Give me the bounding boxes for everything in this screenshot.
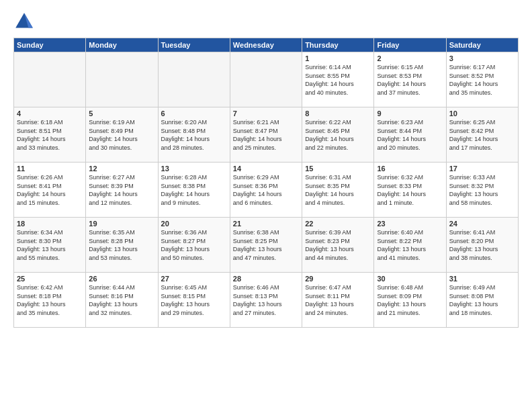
calendar-cell bbox=[158, 52, 230, 107]
day-number: 11 bbox=[17, 165, 83, 173]
calendar-cell: 9Sunrise: 6:23 AM Sunset: 8:44 PM Daylig… bbox=[374, 107, 446, 163]
logo bbox=[13, 11, 38, 32]
day-info: Sunrise: 6:14 AM Sunset: 8:55 PM Dayligh… bbox=[305, 63, 371, 97]
day-number: 14 bbox=[233, 165, 299, 173]
day-number: 12 bbox=[89, 165, 154, 173]
day-info: Sunrise: 6:17 AM Sunset: 8:52 PM Dayligh… bbox=[449, 63, 515, 97]
day-number: 27 bbox=[161, 275, 227, 283]
calendar-header-monday: Monday bbox=[86, 38, 158, 52]
day-info: Sunrise: 6:48 AM Sunset: 8:09 PM Dayligh… bbox=[377, 283, 443, 317]
calendar-week-3: 11Sunrise: 6:26 AM Sunset: 8:41 PM Dayli… bbox=[14, 163, 519, 218]
calendar-cell: 13Sunrise: 6:28 AM Sunset: 8:38 PM Dayli… bbox=[158, 163, 230, 218]
calendar-header-wednesday: Wednesday bbox=[230, 38, 302, 52]
day-number: 2 bbox=[377, 54, 443, 62]
day-number: 16 bbox=[377, 165, 443, 173]
day-number: 13 bbox=[161, 165, 227, 173]
calendar-cell: 31Sunrise: 6:49 AM Sunset: 8:08 PM Dayli… bbox=[446, 273, 518, 328]
calendar-cell: 16Sunrise: 6:32 AM Sunset: 8:33 PM Dayli… bbox=[374, 163, 446, 218]
calendar-cell: 18Sunrise: 6:34 AM Sunset: 8:30 PM Dayli… bbox=[14, 218, 86, 273]
day-number: 15 bbox=[305, 165, 371, 173]
calendar-week-4: 18Sunrise: 6:34 AM Sunset: 8:30 PM Dayli… bbox=[14, 218, 519, 273]
calendar-header-friday: Friday bbox=[374, 38, 446, 52]
day-number: 10 bbox=[449, 109, 515, 118]
day-info: Sunrise: 6:26 AM Sunset: 8:41 PM Dayligh… bbox=[17, 173, 83, 207]
day-info: Sunrise: 6:38 AM Sunset: 8:25 PM Dayligh… bbox=[233, 228, 299, 262]
calendar-header-tuesday: Tuesday bbox=[158, 38, 230, 52]
day-number: 9 bbox=[377, 109, 443, 118]
day-info: Sunrise: 6:45 AM Sunset: 8:15 PM Dayligh… bbox=[161, 283, 227, 317]
day-number: 28 bbox=[233, 275, 299, 283]
calendar-cell: 27Sunrise: 6:45 AM Sunset: 8:15 PM Dayli… bbox=[158, 273, 230, 328]
day-number: 20 bbox=[161, 220, 227, 228]
calendar-cell: 12Sunrise: 6:27 AM Sunset: 8:39 PM Dayli… bbox=[86, 163, 158, 218]
calendar-cell: 6Sunrise: 6:20 AM Sunset: 8:48 PM Daylig… bbox=[158, 107, 230, 163]
day-info: Sunrise: 6:23 AM Sunset: 8:44 PM Dayligh… bbox=[377, 118, 443, 152]
calendar-cell: 24Sunrise: 6:41 AM Sunset: 8:20 PM Dayli… bbox=[446, 218, 518, 273]
day-info: Sunrise: 6:31 AM Sunset: 8:35 PM Dayligh… bbox=[305, 173, 371, 207]
day-info: Sunrise: 6:25 AM Sunset: 8:42 PM Dayligh… bbox=[449, 118, 515, 152]
day-number: 25 bbox=[17, 275, 83, 283]
calendar-cell: 25Sunrise: 6:42 AM Sunset: 8:18 PM Dayli… bbox=[14, 273, 86, 328]
calendar-header-thursday: Thursday bbox=[302, 38, 374, 52]
calendar-cell: 15Sunrise: 6:31 AM Sunset: 8:35 PM Dayli… bbox=[302, 163, 374, 218]
calendar-cell: 28Sunrise: 6:46 AM Sunset: 8:13 PM Dayli… bbox=[230, 273, 302, 328]
calendar-week-1: 1Sunrise: 6:14 AM Sunset: 8:55 PM Daylig… bbox=[14, 52, 519, 107]
calendar-cell: 23Sunrise: 6:40 AM Sunset: 8:22 PM Dayli… bbox=[374, 218, 446, 273]
calendar-cell: 17Sunrise: 6:33 AM Sunset: 8:32 PM Dayli… bbox=[446, 163, 518, 218]
day-number: 18 bbox=[17, 220, 83, 228]
calendar-cell bbox=[86, 52, 158, 107]
calendar-header-saturday: Saturday bbox=[446, 38, 518, 52]
day-info: Sunrise: 6:41 AM Sunset: 8:20 PM Dayligh… bbox=[449, 228, 515, 262]
calendar-cell: 10Sunrise: 6:25 AM Sunset: 8:42 PM Dayli… bbox=[446, 107, 518, 163]
day-number: 26 bbox=[89, 275, 154, 283]
day-info: Sunrise: 6:29 AM Sunset: 8:36 PM Dayligh… bbox=[233, 173, 299, 207]
day-number: 4 bbox=[17, 109, 83, 118]
day-info: Sunrise: 6:27 AM Sunset: 8:39 PM Dayligh… bbox=[89, 173, 154, 207]
calendar-cell: 11Sunrise: 6:26 AM Sunset: 8:41 PM Dayli… bbox=[14, 163, 86, 218]
header bbox=[13, 11, 519, 32]
page: SundayMondayTuesdayWednesdayThursdayFrid… bbox=[0, 0, 532, 411]
calendar-cell: 21Sunrise: 6:38 AM Sunset: 8:25 PM Dayli… bbox=[230, 218, 302, 273]
day-info: Sunrise: 6:40 AM Sunset: 8:22 PM Dayligh… bbox=[377, 228, 443, 262]
day-info: Sunrise: 6:18 AM Sunset: 8:51 PM Dayligh… bbox=[17, 118, 83, 152]
calendar-week-5: 25Sunrise: 6:42 AM Sunset: 8:18 PM Dayli… bbox=[14, 273, 519, 328]
day-info: Sunrise: 6:20 AM Sunset: 8:48 PM Dayligh… bbox=[161, 118, 227, 152]
day-info: Sunrise: 6:42 AM Sunset: 8:18 PM Dayligh… bbox=[17, 283, 83, 317]
day-info: Sunrise: 6:33 AM Sunset: 8:32 PM Dayligh… bbox=[449, 173, 515, 207]
day-number: 17 bbox=[449, 165, 515, 173]
calendar-header-row: SundayMondayTuesdayWednesdayThursdayFrid… bbox=[14, 38, 519, 52]
calendar-cell: 3Sunrise: 6:17 AM Sunset: 8:52 PM Daylig… bbox=[446, 52, 518, 107]
day-info: Sunrise: 6:46 AM Sunset: 8:13 PM Dayligh… bbox=[233, 283, 299, 317]
day-info: Sunrise: 6:47 AM Sunset: 8:11 PM Dayligh… bbox=[305, 283, 371, 317]
day-info: Sunrise: 6:39 AM Sunset: 8:23 PM Dayligh… bbox=[305, 228, 371, 262]
day-number: 29 bbox=[305, 275, 371, 283]
day-info: Sunrise: 6:36 AM Sunset: 8:27 PM Dayligh… bbox=[161, 228, 227, 262]
calendar-cell: 22Sunrise: 6:39 AM Sunset: 8:23 PM Dayli… bbox=[302, 218, 374, 273]
calendar-cell: 1Sunrise: 6:14 AM Sunset: 8:55 PM Daylig… bbox=[302, 52, 374, 107]
day-number: 23 bbox=[377, 220, 443, 228]
day-info: Sunrise: 6:19 AM Sunset: 8:49 PM Dayligh… bbox=[89, 118, 154, 152]
day-info: Sunrise: 6:35 AM Sunset: 8:28 PM Dayligh… bbox=[89, 228, 154, 262]
day-info: Sunrise: 6:44 AM Sunset: 8:16 PM Dayligh… bbox=[89, 283, 154, 317]
day-number: 19 bbox=[89, 220, 154, 228]
calendar-cell: 5Sunrise: 6:19 AM Sunset: 8:49 PM Daylig… bbox=[86, 107, 158, 163]
calendar-cell: 26Sunrise: 6:44 AM Sunset: 8:16 PM Dayli… bbox=[86, 273, 158, 328]
calendar-cell: 30Sunrise: 6:48 AM Sunset: 8:09 PM Dayli… bbox=[374, 273, 446, 328]
calendar-cell: 29Sunrise: 6:47 AM Sunset: 8:11 PM Dayli… bbox=[302, 273, 374, 328]
day-info: Sunrise: 6:22 AM Sunset: 8:45 PM Dayligh… bbox=[305, 118, 371, 152]
calendar-cell: 8Sunrise: 6:22 AM Sunset: 8:45 PM Daylig… bbox=[302, 107, 374, 163]
calendar-cell: 19Sunrise: 6:35 AM Sunset: 8:28 PM Dayli… bbox=[86, 218, 158, 273]
day-number: 7 bbox=[233, 109, 299, 118]
calendar-cell: 20Sunrise: 6:36 AM Sunset: 8:27 PM Dayli… bbox=[158, 218, 230, 273]
day-number: 22 bbox=[305, 220, 371, 228]
day-info: Sunrise: 6:28 AM Sunset: 8:38 PM Dayligh… bbox=[161, 173, 227, 207]
calendar-cell: 14Sunrise: 6:29 AM Sunset: 8:36 PM Dayli… bbox=[230, 163, 302, 218]
day-info: Sunrise: 6:49 AM Sunset: 8:08 PM Dayligh… bbox=[449, 283, 515, 317]
day-number: 31 bbox=[449, 275, 515, 283]
day-number: 8 bbox=[305, 109, 371, 118]
day-number: 24 bbox=[449, 220, 515, 228]
day-info: Sunrise: 6:32 AM Sunset: 8:33 PM Dayligh… bbox=[377, 173, 443, 207]
day-number: 3 bbox=[449, 54, 515, 62]
day-info: Sunrise: 6:21 AM Sunset: 8:47 PM Dayligh… bbox=[233, 118, 299, 152]
calendar-cell: 2Sunrise: 6:15 AM Sunset: 8:53 PM Daylig… bbox=[374, 52, 446, 107]
